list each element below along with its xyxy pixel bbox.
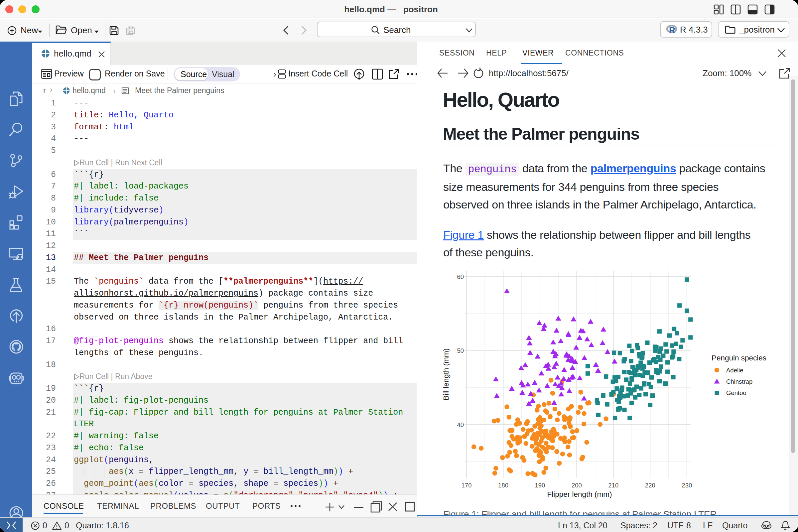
svg-text:Chinstrap: Chinstrap [726, 378, 753, 385]
svg-text:180: 180 [498, 482, 508, 489]
svg-text:170: 170 [461, 482, 472, 489]
svg-text:220: 220 [645, 482, 656, 489]
svg-text:Flipper length (mm): Flipper length (mm) [547, 490, 612, 498]
svg-text:Bill length (mm): Bill length (mm) [442, 348, 450, 400]
svg-text:Gentoo: Gentoo [726, 390, 746, 396]
svg-text:50: 50 [457, 347, 464, 354]
svg-text:60: 60 [457, 273, 464, 280]
svg-text:40: 40 [457, 421, 464, 428]
svg-text:R: R [669, 25, 675, 34]
svg-text:Adelie: Adelie [726, 367, 743, 374]
svg-text:210: 210 [608, 482, 619, 489]
svg-text:200: 200 [572, 482, 582, 489]
svg-text:230: 230 [682, 482, 692, 489]
svg-text:Penguin species: Penguin species [711, 354, 766, 362]
svg-text:190: 190 [535, 482, 545, 489]
